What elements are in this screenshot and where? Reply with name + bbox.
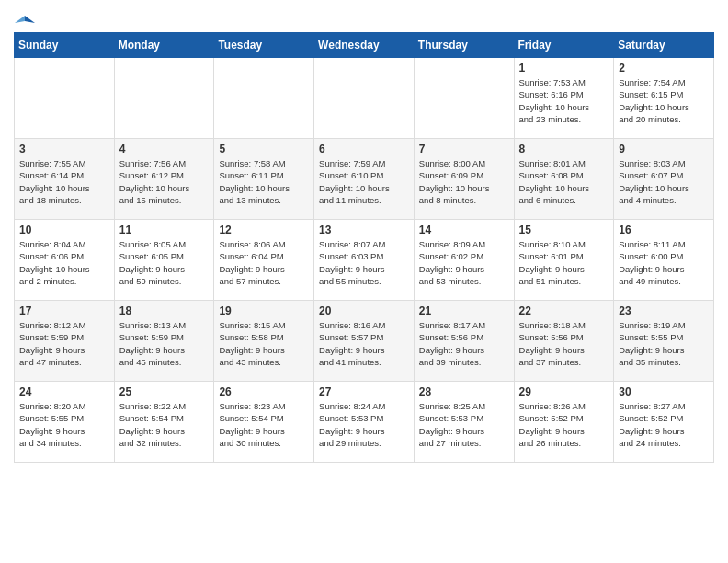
weekday-header-wednesday: Wednesday	[314, 33, 415, 58]
calendar-cell: 19Sunrise: 8:15 AM Sunset: 5:58 PM Dayli…	[214, 301, 314, 382]
calendar-cell: 5Sunrise: 7:58 AM Sunset: 6:11 PM Daylig…	[214, 139, 314, 220]
calendar-cell	[214, 58, 314, 139]
calendar-cell: 21Sunrise: 8:17 AM Sunset: 5:56 PM Dayli…	[414, 301, 514, 382]
calendar-cell	[114, 58, 214, 139]
calendar-cell: 8Sunrise: 8:01 AM Sunset: 6:08 PM Daylig…	[514, 139, 614, 220]
day-info: Sunrise: 8:01 AM Sunset: 6:08 PM Dayligh…	[519, 157, 609, 206]
calendar-cell: 10Sunrise: 8:04 AM Sunset: 6:06 PM Dayli…	[15, 220, 115, 301]
calendar-cell: 3Sunrise: 7:55 AM Sunset: 6:14 PM Daylig…	[15, 139, 115, 220]
calendar-cell: 29Sunrise: 8:26 AM Sunset: 5:52 PM Dayli…	[514, 382, 614, 463]
calendar-cell: 20Sunrise: 8:16 AM Sunset: 5:57 PM Dayli…	[314, 301, 415, 382]
day-info: Sunrise: 7:54 AM Sunset: 6:15 PM Dayligh…	[619, 76, 709, 125]
day-number: 19	[219, 304, 309, 317]
day-number: 7	[419, 143, 509, 155]
calendar-cell: 27Sunrise: 8:24 AM Sunset: 5:53 PM Dayli…	[314, 382, 415, 463]
calendar-header-row: SundayMondayTuesdayWednesdayThursdayFrid…	[15, 33, 714, 58]
day-number: 20	[319, 304, 409, 317]
weekday-header-thursday: Thursday	[414, 33, 514, 58]
calendar-cell: 17Sunrise: 8:12 AM Sunset: 5:59 PM Dayli…	[15, 301, 115, 382]
calendar-cell: 22Sunrise: 8:18 AM Sunset: 5:56 PM Dayli…	[514, 301, 614, 382]
calendar-cell	[314, 58, 415, 139]
weekday-header-friday: Friday	[514, 33, 614, 58]
day-info: Sunrise: 8:26 AM Sunset: 5:52 PM Dayligh…	[519, 400, 609, 449]
day-number: 21	[419, 304, 509, 317]
calendar-week-row: 10Sunrise: 8:04 AM Sunset: 6:06 PM Dayli…	[15, 220, 714, 301]
calendar-cell: 24Sunrise: 8:20 AM Sunset: 5:55 PM Dayli…	[15, 382, 115, 463]
day-number: 4	[119, 143, 210, 155]
calendar-cell: 7Sunrise: 8:00 AM Sunset: 6:09 PM Daylig…	[414, 139, 514, 220]
calendar-week-row: 17Sunrise: 8:12 AM Sunset: 5:59 PM Dayli…	[15, 301, 714, 382]
day-info: Sunrise: 8:09 AM Sunset: 6:02 PM Dayligh…	[419, 238, 509, 287]
day-info: Sunrise: 8:25 AM Sunset: 5:53 PM Dayligh…	[419, 400, 509, 449]
day-info: Sunrise: 8:19 AM Sunset: 5:55 PM Dayligh…	[619, 319, 709, 368]
page-header	[14, 9, 714, 25]
svg-marker-0	[25, 16, 35, 23]
day-number: 25	[119, 385, 210, 398]
logo	[14, 9, 36, 25]
calendar-cell: 28Sunrise: 8:25 AM Sunset: 5:53 PM Dayli…	[414, 382, 514, 463]
day-info: Sunrise: 8:11 AM Sunset: 6:00 PM Dayligh…	[619, 238, 709, 287]
day-number: 30	[619, 385, 709, 398]
day-number: 11	[119, 224, 210, 236]
calendar-cell: 6Sunrise: 7:59 AM Sunset: 6:10 PM Daylig…	[314, 139, 415, 220]
day-number: 23	[619, 304, 709, 317]
day-info: Sunrise: 8:18 AM Sunset: 5:56 PM Dayligh…	[519, 319, 609, 368]
calendar-cell: 11Sunrise: 8:05 AM Sunset: 6:05 PM Dayli…	[114, 220, 214, 301]
weekday-header-saturday: Saturday	[614, 33, 714, 58]
day-info: Sunrise: 8:03 AM Sunset: 6:07 PM Dayligh…	[619, 157, 709, 206]
day-info: Sunrise: 8:22 AM Sunset: 5:54 PM Dayligh…	[119, 400, 210, 449]
weekday-header-tuesday: Tuesday	[214, 33, 314, 58]
calendar-cell: 9Sunrise: 8:03 AM Sunset: 6:07 PM Daylig…	[614, 139, 714, 220]
day-info: Sunrise: 7:58 AM Sunset: 6:11 PM Dayligh…	[219, 157, 309, 206]
calendar-cell: 12Sunrise: 8:06 AM Sunset: 6:04 PM Dayli…	[214, 220, 314, 301]
calendar-cell: 30Sunrise: 8:27 AM Sunset: 5:52 PM Dayli…	[614, 382, 714, 463]
calendar-week-row: 3Sunrise: 7:55 AM Sunset: 6:14 PM Daylig…	[15, 139, 714, 220]
calendar-table: SundayMondayTuesdayWednesdayThursdayFrid…	[14, 32, 714, 463]
logo-bird-icon	[15, 14, 35, 29]
day-number: 12	[219, 224, 309, 236]
day-number: 18	[119, 304, 210, 317]
day-number: 17	[19, 304, 109, 317]
calendar-cell: 23Sunrise: 8:19 AM Sunset: 5:55 PM Dayli…	[614, 301, 714, 382]
calendar-cell: 1Sunrise: 7:53 AM Sunset: 6:16 PM Daylig…	[514, 58, 614, 139]
day-number: 5	[219, 143, 309, 155]
day-info: Sunrise: 8:27 AM Sunset: 5:52 PM Dayligh…	[619, 400, 709, 449]
calendar-week-row: 24Sunrise: 8:20 AM Sunset: 5:55 PM Dayli…	[15, 382, 714, 463]
weekday-header-monday: Monday	[114, 33, 214, 58]
day-info: Sunrise: 8:16 AM Sunset: 5:57 PM Dayligh…	[319, 319, 409, 368]
day-number: 3	[19, 143, 109, 155]
day-info: Sunrise: 7:55 AM Sunset: 6:14 PM Dayligh…	[19, 157, 109, 206]
weekday-header-sunday: Sunday	[15, 33, 115, 58]
calendar-cell: 18Sunrise: 8:13 AM Sunset: 5:59 PM Dayli…	[114, 301, 214, 382]
day-info: Sunrise: 8:15 AM Sunset: 5:58 PM Dayligh…	[219, 319, 309, 368]
day-info: Sunrise: 8:07 AM Sunset: 6:03 PM Dayligh…	[319, 238, 409, 287]
day-number: 2	[619, 62, 709, 75]
calendar-cell	[15, 58, 115, 139]
day-info: Sunrise: 7:56 AM Sunset: 6:12 PM Dayligh…	[119, 157, 210, 206]
day-info: Sunrise: 8:10 AM Sunset: 6:01 PM Dayligh…	[519, 238, 609, 287]
day-number: 29	[519, 385, 609, 398]
day-number: 26	[219, 385, 309, 398]
day-number: 10	[19, 224, 109, 236]
calendar-cell: 13Sunrise: 8:07 AM Sunset: 6:03 PM Dayli…	[314, 220, 415, 301]
calendar-cell: 16Sunrise: 8:11 AM Sunset: 6:00 PM Dayli…	[614, 220, 714, 301]
day-info: Sunrise: 8:05 AM Sunset: 6:05 PM Dayligh…	[119, 238, 210, 287]
day-info: Sunrise: 8:20 AM Sunset: 5:55 PM Dayligh…	[19, 400, 109, 449]
day-number: 9	[619, 143, 709, 155]
day-info: Sunrise: 8:12 AM Sunset: 5:59 PM Dayligh…	[19, 319, 109, 368]
calendar-cell: 4Sunrise: 7:56 AM Sunset: 6:12 PM Daylig…	[114, 139, 214, 220]
svg-marker-1	[15, 16, 25, 23]
day-info: Sunrise: 8:00 AM Sunset: 6:09 PM Dayligh…	[419, 157, 509, 206]
day-number: 6	[319, 143, 409, 155]
day-number: 16	[619, 224, 709, 236]
day-info: Sunrise: 8:17 AM Sunset: 5:56 PM Dayligh…	[419, 319, 509, 368]
calendar-cell: 2Sunrise: 7:54 AM Sunset: 6:15 PM Daylig…	[614, 58, 714, 139]
calendar-cell	[414, 58, 514, 139]
day-number: 14	[419, 224, 509, 236]
day-number: 13	[319, 224, 409, 236]
day-info: Sunrise: 8:04 AM Sunset: 6:06 PM Dayligh…	[19, 238, 109, 287]
day-info: Sunrise: 7:53 AM Sunset: 6:16 PM Dayligh…	[519, 76, 609, 125]
day-info: Sunrise: 8:23 AM Sunset: 5:54 PM Dayligh…	[219, 400, 309, 449]
day-info: Sunrise: 7:59 AM Sunset: 6:10 PM Dayligh…	[319, 157, 409, 206]
calendar-week-row: 1Sunrise: 7:53 AM Sunset: 6:16 PM Daylig…	[15, 58, 714, 139]
